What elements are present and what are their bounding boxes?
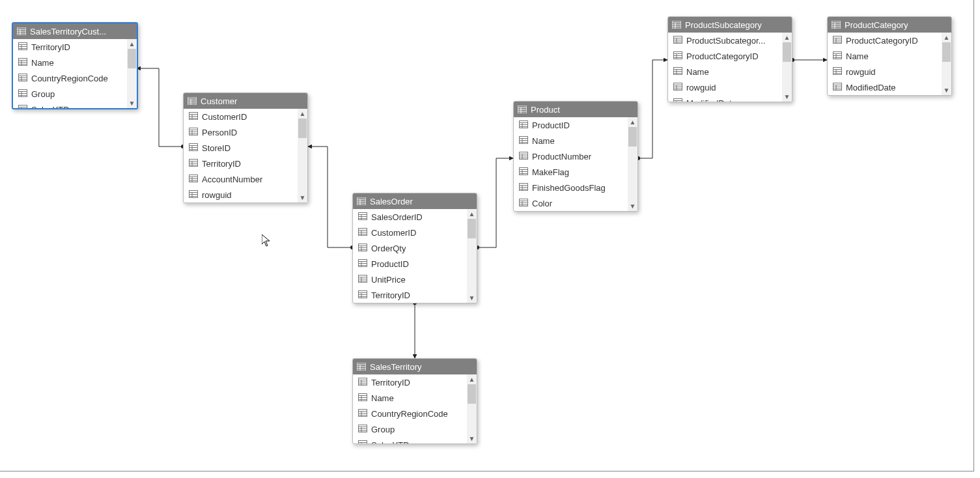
column-row[interactable]: ProductCategoryID xyxy=(668,48,792,64)
column-row[interactable]: ModifiedDate xyxy=(828,79,951,95)
table-title: ProductCategory xyxy=(845,20,947,30)
table-header[interactable]: Product xyxy=(514,102,637,117)
column-row[interactable]: SalesYTD xyxy=(13,102,137,108)
scroll-thumb[interactable] xyxy=(468,384,476,404)
column-row[interactable]: Group xyxy=(353,421,477,437)
column-row[interactable]: Name xyxy=(668,64,792,79)
table-sales-order[interactable]: SalesOrderSalesOrderIDCustomerIDOrderQty… xyxy=(352,193,477,303)
scroll-up-icon[interactable]: ▲ xyxy=(942,33,951,42)
column-row[interactable]: rowguid xyxy=(184,187,307,203)
column-label: MakeFlag xyxy=(532,167,569,177)
column-row[interactable]: Name xyxy=(353,390,477,406)
column-row[interactable]: CustomerID xyxy=(184,109,307,124)
column-row[interactable]: SalesOrderID xyxy=(353,209,477,225)
scrollbar[interactable]: ▲▼ xyxy=(127,39,137,108)
column-icon xyxy=(519,152,528,162)
column-label: SalesYTD xyxy=(31,105,70,109)
scroll-down-icon[interactable]: ▼ xyxy=(127,98,137,108)
column-label: Name xyxy=(371,393,394,403)
scrollbar[interactable]: ▲▼ xyxy=(628,117,637,211)
column-row[interactable]: PersonID xyxy=(184,124,307,140)
column-row[interactable]: Color xyxy=(514,195,637,211)
scroll-thumb[interactable] xyxy=(468,219,476,238)
table-product-subcategory[interactable]: ProductSubcategoryProductSubcategor...Pr… xyxy=(667,16,792,102)
scrollbar[interactable]: ▲▼ xyxy=(467,374,477,443)
column-icon xyxy=(673,98,682,102)
table-customer[interactable]: CustomerCustomerIDPersonIDStoreIDTerrito… xyxy=(183,92,308,203)
column-row[interactable]: FinishedGoodsFlag xyxy=(514,180,637,195)
column-icon xyxy=(519,183,528,193)
scroll-up-icon[interactable]: ▲ xyxy=(298,109,307,119)
scroll-thumb[interactable] xyxy=(128,49,136,68)
scroll-up-icon[interactable]: ▲ xyxy=(782,33,792,42)
table-header[interactable]: SalesTerritory xyxy=(353,359,477,374)
table-header[interactable]: SalesTerritoryCust... xyxy=(13,23,137,39)
table-sales-territory[interactable]: SalesTerritoryTerritoryIDNameCountryRegi… xyxy=(352,358,477,444)
scroll-up-icon[interactable]: ▲ xyxy=(628,117,637,127)
column-label: OrderQty xyxy=(371,244,406,253)
column-row[interactable]: Name xyxy=(828,48,951,64)
scroll-thumb[interactable] xyxy=(783,42,791,62)
column-icon xyxy=(519,136,528,146)
scrollbar[interactable]: ▲▼ xyxy=(942,33,951,95)
table-title: Customer xyxy=(201,96,303,106)
column-row[interactable]: TerritoryID xyxy=(353,374,477,390)
column-row[interactable]: ProductSubcategor... xyxy=(668,33,792,48)
scroll-down-icon[interactable]: ▼ xyxy=(298,193,307,203)
column-row[interactable]: AccountNumber xyxy=(184,171,307,187)
column-row[interactable]: TerritoryID xyxy=(13,39,137,55)
table-sales-territory-cust[interactable]: SalesTerritoryCust...TerritoryIDNameCoun… xyxy=(12,22,138,109)
column-label: ProductSubcategor... xyxy=(686,36,765,46)
scroll-down-icon[interactable]: ▼ xyxy=(782,92,792,102)
column-row[interactable]: ProductNumber xyxy=(514,148,637,164)
column-row[interactable]: CustomerID xyxy=(353,225,477,240)
column-row[interactable]: ProductID xyxy=(353,256,477,272)
column-label: FinishedGoodsFlag xyxy=(532,183,606,193)
column-icon xyxy=(358,290,367,300)
column-row[interactable]: UnitPrice xyxy=(353,272,477,287)
column-row[interactable]: ModifiedDate xyxy=(668,95,792,102)
column-row[interactable]: ProductID xyxy=(514,117,637,133)
table-body: TerritoryIDNameCountryRegionCodeGroupSal… xyxy=(13,39,137,108)
scrollbar[interactable]: ▲▼ xyxy=(298,109,307,203)
column-row[interactable]: StoreID xyxy=(184,140,307,156)
scrollbar[interactable]: ▲▼ xyxy=(467,209,477,303)
scroll-up-icon[interactable]: ▲ xyxy=(467,374,477,384)
column-row[interactable]: TerritoryID xyxy=(353,287,477,303)
column-row[interactable]: Name xyxy=(13,55,137,70)
cursor-icon xyxy=(262,234,272,249)
scroll-thumb[interactable] xyxy=(942,42,951,62)
column-row[interactable]: TerritoryID xyxy=(184,156,307,171)
scroll-up-icon[interactable]: ▲ xyxy=(127,39,137,49)
table-header[interactable]: ProductCategory xyxy=(828,17,951,33)
column-icon xyxy=(673,36,682,46)
column-row[interactable]: CountryRegionCode xyxy=(13,70,137,86)
column-row[interactable]: OrderQty xyxy=(353,240,477,256)
scroll-down-icon[interactable]: ▼ xyxy=(942,85,951,95)
column-row[interactable]: rowguid xyxy=(668,79,792,95)
table-product[interactable]: ProductProductIDNameProductNumberMakeFla… xyxy=(513,101,638,212)
column-label: ProductCategoryID xyxy=(686,51,759,61)
table-header[interactable]: ProductSubcategory xyxy=(668,17,792,33)
column-row[interactable]: rowguid xyxy=(828,64,951,79)
scroll-up-icon[interactable]: ▲ xyxy=(467,209,477,219)
column-label: AccountNumber xyxy=(202,175,262,184)
scroll-down-icon[interactable]: ▼ xyxy=(628,201,637,211)
column-row[interactable]: Group xyxy=(13,86,137,102)
scroll-down-icon[interactable]: ▼ xyxy=(467,293,477,303)
column-label: SalesOrderID xyxy=(371,212,423,222)
scroll-thumb[interactable] xyxy=(628,127,637,147)
table-product-category[interactable]: ProductCategoryProductCategoryIDNamerowg… xyxy=(827,16,952,96)
table-header[interactable]: SalesOrder xyxy=(353,193,477,209)
table-body: CustomerIDPersonIDStoreIDTerritoryIDAcco… xyxy=(184,109,307,203)
column-row[interactable]: ProductCategoryID xyxy=(828,33,951,48)
scroll-down-icon[interactable]: ▼ xyxy=(467,434,477,443)
scroll-thumb[interactable] xyxy=(298,119,307,138)
column-row[interactable]: Name xyxy=(514,133,637,148)
column-row[interactable]: CountryRegionCode xyxy=(353,406,477,421)
column-row[interactable]: SalesYTD xyxy=(353,437,477,443)
column-row[interactable]: MakeFlag xyxy=(514,164,637,180)
scrollbar[interactable]: ▲▼ xyxy=(782,33,792,102)
table-header[interactable]: Customer xyxy=(184,93,307,109)
diagram-canvas[interactable]: SalesTerritoryCust...TerritoryIDNameCoun… xyxy=(0,0,980,478)
